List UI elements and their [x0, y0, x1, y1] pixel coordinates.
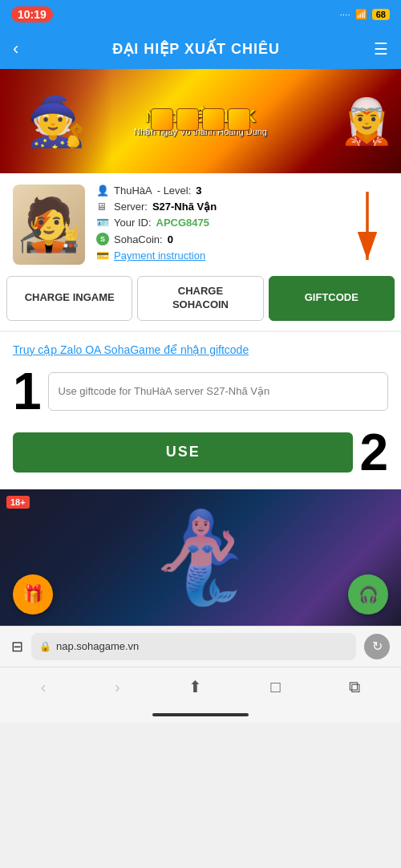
game-banner-character: 🧜‍♀️	[146, 505, 256, 609]
url-text: nap.sohagame.vn	[56, 640, 139, 652]
server-icon: 🖥	[96, 201, 109, 213]
banner-character-right: 🧝	[339, 95, 395, 148]
back-button[interactable]: ‹	[13, 39, 18, 59]
step-2-number: 2	[359, 427, 388, 478]
avatar-image: 🧑‍🎤	[17, 199, 81, 250]
signal-icon: ····	[339, 9, 350, 20]
zalo-oa-link[interactable]: Truy cập Zalo OA SohaGame để nhận giftco…	[13, 343, 388, 356]
sohacoin-icon: S	[96, 233, 109, 245]
profile-id-row: 🪪 Your ID: APCG8475	[96, 217, 388, 229]
reload-button[interactable]: ↻	[364, 634, 390, 659]
banner-items	[151, 108, 250, 131]
menu-button[interactable]: ☰	[374, 39, 388, 59]
status-icons: ···· 📶 68	[339, 9, 390, 20]
coin-label-text: SohaCoin:	[114, 233, 163, 245]
age-badge: 18+	[6, 496, 30, 509]
home-bar	[152, 713, 249, 716]
level-label: - Level:	[157, 185, 192, 197]
banner-item-2	[176, 108, 199, 131]
server-value: S27-Nhã Vận	[152, 201, 217, 213]
status-time: 10:19	[11, 6, 53, 22]
profile-username-row: 👤 ThuHàA - Level: 3	[96, 185, 388, 197]
tab-charge-sohacoin[interactable]: CHARGE SOHACOIN	[137, 276, 263, 321]
id-value: APCG8475	[156, 217, 209, 229]
nav-back-button[interactable]: ‹	[34, 671, 53, 703]
lock-icon: 🔒	[39, 641, 51, 652]
tab-section: CHARGE INGAME CHARGE SOHACOIN GIFTCODE	[0, 276, 401, 331]
home-indicator	[0, 707, 401, 723]
nav-title: ĐẠI HIỆP XUẤT CHIÊU	[112, 40, 280, 58]
bottom-nav: ‹ › ⬆ □ ⧉	[0, 667, 401, 707]
game-banner: 18+ 🧜‍♀️ 🎁 🎧	[0, 489, 401, 626]
banner-item-3	[202, 108, 225, 131]
banner-left-deco: 🧙	[0, 69, 112, 173]
banner-item-4	[228, 108, 250, 131]
banner-item-1	[151, 108, 173, 131]
wifi-icon: 📶	[355, 9, 367, 20]
profile-section: 🧑‍🎤 👤 ThuHàA - Level: 3 🖥 Server: S27-Nh…	[0, 173, 401, 276]
banner: 🧙 Nạp đầu 1DK Nhận ngay Võ thành Hoàng D…	[0, 69, 401, 173]
use-button-row: USE 2	[13, 427, 388, 478]
nav-forward-button[interactable]: ›	[108, 671, 127, 703]
step-1-number: 1	[13, 366, 42, 417]
use-button[interactable]: USE	[13, 432, 353, 473]
battery-badge: 68	[372, 9, 390, 20]
profile-payment-row: 💳 Payment instruction	[96, 249, 388, 262]
payment-instruction-link[interactable]: Payment instruction	[114, 249, 205, 262]
giftcode-section: Truy cập Zalo OA SohaGame để nhận giftco…	[0, 332, 401, 489]
user-icon: 👤	[96, 185, 109, 197]
browser-bar: ⊟ 🔒 nap.sohagame.vn ↻	[0, 626, 401, 667]
banner-character-left: 🧙	[26, 93, 87, 150]
coin-value: 0	[168, 233, 173, 245]
username-label: ThuHàA	[114, 185, 152, 197]
tab-buttons-row: CHARGE INGAME CHARGE SOHACOIN GIFTCODE	[6, 276, 395, 321]
giftcode-input[interactable]	[48, 372, 388, 411]
browser-tab-list-icon[interactable]: ⊟	[11, 638, 23, 655]
status-bar: 10:19 ···· 📶 68	[0, 0, 401, 29]
nav-bookmarks-button[interactable]: □	[265, 671, 287, 703]
id-icon: 🪪	[96, 217, 109, 229]
reload-icon: ↻	[372, 639, 383, 654]
tab-giftcode[interactable]: GIFTCODE	[269, 276, 395, 321]
nav-share-button[interactable]: ⬆	[182, 671, 209, 703]
banner-center: Nạp đầu 1DK Nhận ngay Võ thành Hoàng Dun…	[134, 106, 267, 137]
id-label-text: Your ID:	[114, 217, 152, 229]
fab-support-button[interactable]: 🎧	[348, 574, 388, 614]
profile-info: 👤 ThuHàA - Level: 3 🖥 Server: S27-Nhã Vậ…	[96, 185, 388, 262]
tab-charge-ingame[interactable]: CHARGE INGAME	[6, 276, 132, 321]
avatar-container: 🧑‍🎤	[13, 185, 85, 265]
nav-bar: ‹ ĐẠI HIỆP XUẤT CHIÊU ☰	[0, 29, 401, 69]
server-label-text: Server:	[114, 201, 148, 213]
banner-right-deco: 🧝	[305, 69, 401, 173]
url-bar[interactable]: 🔒 nap.sohagame.vn	[31, 633, 356, 660]
nav-tabs-button[interactable]: ⧉	[342, 671, 367, 703]
payment-icon: 💳	[96, 249, 109, 262]
level-value: 3	[196, 185, 201, 197]
profile-coin-row: S SohaCoin: 0	[96, 233, 388, 245]
profile-server-row: 🖥 Server: S27-Nhã Vận	[96, 201, 388, 213]
fab-gift-button[interactable]: 🎁	[13, 574, 53, 614]
giftcode-input-row: 1	[13, 366, 388, 417]
